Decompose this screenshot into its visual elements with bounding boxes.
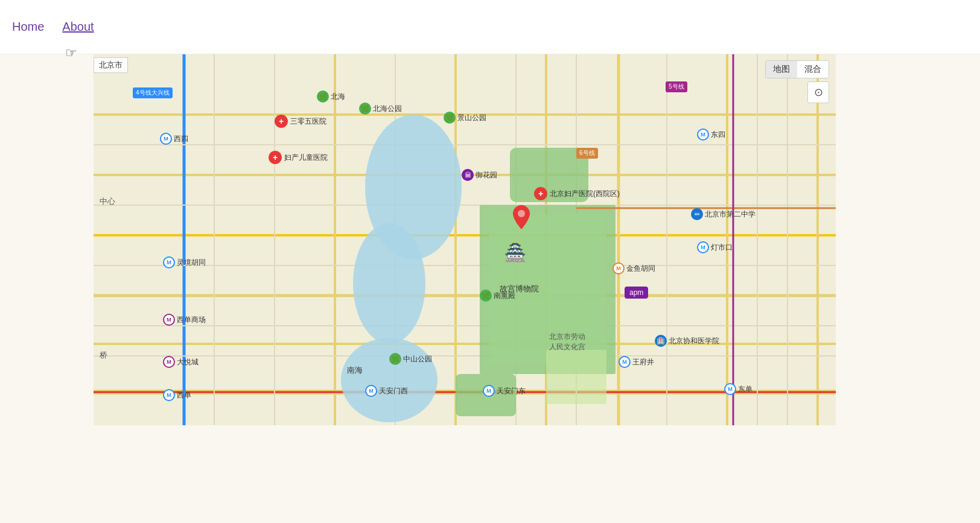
metro-wangfujing: M 王府井 <box>619 356 654 368</box>
medical-school-icon: 🏥 <box>655 335 667 347</box>
beijing-2nd-middle-school: ✏ 北京市第二中学 <box>691 208 756 220</box>
nanhai-label: 南海 <box>347 365 363 376</box>
metro-jinyuhoton: M 金鱼胡同 <box>612 262 655 274</box>
forbidden-city-label: 故宫博物院 <box>480 284 558 294</box>
poi-jingshan: 🌿 景山公园 <box>444 112 486 124</box>
zhongshan-icon: 🌿 <box>389 353 401 365</box>
poi-beihai: 🌿 北海 <box>317 90 345 103</box>
metro-xidan: M 西单 <box>163 389 191 401</box>
subway-line6: 6号线 <box>576 148 598 159</box>
metro-tiananmen-xi: M 天安门西 <box>365 385 408 397</box>
nav-home[interactable]: Home <box>12 20 44 34</box>
map-controls: 地图 混合 ⊙ <box>765 60 829 103</box>
jingshan-icon: 🌿 <box>444 112 456 124</box>
svg-point-39 <box>518 210 525 217</box>
location-button[interactable]: ⊙ <box>807 81 829 103</box>
metro-dongdan: M 东单 <box>724 383 752 395</box>
subway-line5: 5号线 <box>666 81 687 92</box>
school-icon: ✏ <box>691 208 703 220</box>
beihai-icon: 🌿 <box>317 90 329 103</box>
fuchanyou-hospital: + 妇产儿童医院 <box>269 151 328 164</box>
yuhuayuan-icon: 🏛 <box>462 169 474 181</box>
apm-marker: apm <box>625 287 648 299</box>
nav-about[interactable]: About <box>62 20 94 34</box>
metro-dengshikou: M 灯市口 <box>697 241 733 253</box>
svg-rect-0 <box>94 54 836 425</box>
svg-point-31 <box>341 338 438 422</box>
metro-xidanshangchang: M 西单商场 <box>163 314 206 326</box>
map-svg <box>94 54 836 425</box>
metro-lingxi: M 灵境胡同 <box>163 256 206 268</box>
map-type-map-btn[interactable]: 地图 <box>766 61 797 78</box>
sanwu-hospital: + 三零五医院 <box>275 115 326 128</box>
cursor-indicator: ☞ <box>65 45 77 61</box>
workers-palace-label: 北京市劳动人民文化宫 <box>549 332 585 352</box>
main-map-pin <box>513 205 530 224</box>
metro-dayuecheng: M 大悦城 <box>163 356 199 368</box>
metro-dongsi: M 东四 <box>697 128 725 141</box>
svg-point-30 <box>353 223 425 344</box>
map-type-hybrid-btn[interactable]: 混合 <box>797 61 829 78</box>
metro-tiananmen-dong: M 天安门东 <box>483 385 526 397</box>
subway-line4: 4号线大兴线 <box>133 87 173 98</box>
beijing-maternity-hospital: + 北京妇产医院(西院区) <box>534 187 620 200</box>
poi-yuhuayuan: 🏛 御花园 <box>462 169 497 181</box>
map-container[interactable]: 🌿 北海 🌿 北海公园 🌿 景山公园 🏛 御花园 🏯 故宫博物院 🌿 南熏殿 � <box>94 54 836 425</box>
beijing-city-label: 北京市 <box>94 57 128 73</box>
map-type-selector: 地图 混合 <box>765 60 829 78</box>
bridge-label: 桥 <box>100 350 107 361</box>
svg-rect-36 <box>546 350 606 404</box>
metro-xisi: M 西四 <box>160 133 188 145</box>
beijing-union-medical: 🏥 北京协和医学院 <box>655 335 719 347</box>
navbar: Home About <box>0 0 980 54</box>
center-label: 中心 <box>100 196 115 207</box>
forbidden-city-building-icon: 🏯 <box>504 241 526 262</box>
poi-zhongshan: 🌿 中山公园 <box>389 353 432 365</box>
poi-beihai-park: 🌿 北海公园 <box>359 103 402 115</box>
beihai-park-icon: 🌿 <box>359 103 371 115</box>
